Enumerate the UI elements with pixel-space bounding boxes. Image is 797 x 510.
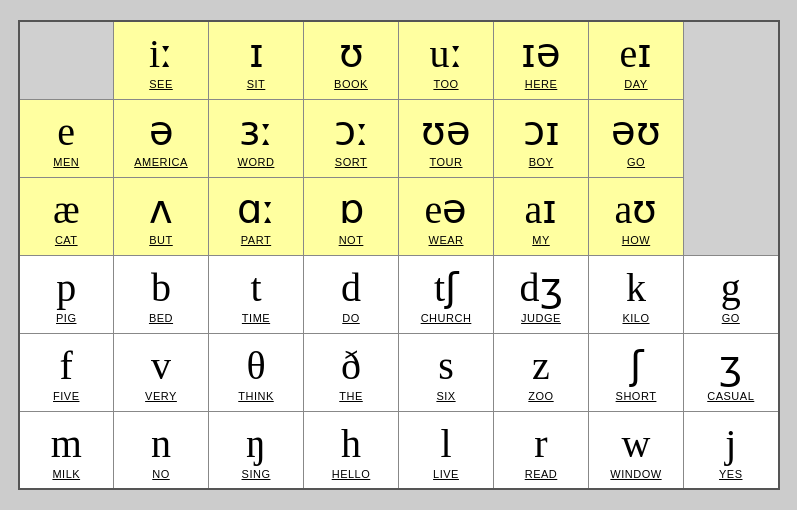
ipa-cell: ɑːPART (209, 177, 304, 255)
ipa-cell: dʒJUDGE (494, 255, 589, 333)
ipa-symbol: eə (425, 188, 468, 232)
ipa-cell: iːSEE (114, 21, 209, 99)
ipa-cell: eəWEAR (399, 177, 494, 255)
ipa-cell: zZOO (494, 333, 589, 411)
ipa-cell: æCAT (19, 177, 114, 255)
ipa-symbol: ɜː (239, 110, 273, 154)
ipa-symbol: ʊ (339, 32, 364, 76)
ipa-symbol: g (721, 266, 741, 310)
ipa-word: SIX (436, 390, 455, 402)
ipa-symbol: ɪ (249, 32, 264, 76)
ipa-word: VERY (145, 390, 177, 402)
ipa-word: PART (241, 234, 271, 246)
ipa-symbol: uː (430, 32, 463, 76)
ipa-symbol: ʊə (421, 110, 471, 154)
ipa-cell: ɒNOT (304, 177, 399, 255)
ipa-word: SING (242, 468, 271, 480)
ipa-cell: θTHINK (209, 333, 304, 411)
ipa-cell: ɪSIT (209, 21, 304, 99)
ipa-word: HELLO (332, 468, 371, 480)
ipa-word: CAT (55, 234, 78, 246)
ipa-symbol: ɑː (237, 188, 275, 232)
ipa-cell: vVERY (114, 333, 209, 411)
ipa-word: WEAR (429, 234, 464, 246)
ipa-word: MY (532, 234, 550, 246)
ipa-word: HOW (622, 234, 650, 246)
ipa-word: SHORT (616, 390, 657, 402)
ipa-word: SORT (335, 156, 367, 168)
ipa-symbol: ə (149, 110, 174, 154)
ipa-cell: ŋSING (209, 411, 304, 489)
ipa-symbol: ɔɪ (523, 110, 560, 154)
ipa-word: BOOK (334, 78, 368, 90)
ipa-cell: ɔɪBOY (494, 99, 589, 177)
ipa-word: TOO (433, 78, 458, 90)
ipa-symbol: l (440, 422, 451, 466)
ipa-word: KILO (622, 312, 649, 324)
ipa-symbol: p (56, 266, 76, 310)
ipa-symbol: iː (149, 32, 173, 76)
ipa-symbol: ŋ (246, 422, 266, 466)
ipa-cell: əAMERICA (114, 99, 209, 177)
ipa-symbol: d (341, 266, 361, 310)
ipa-symbol: n (151, 422, 171, 466)
ipa-cell: ɔːSORT (304, 99, 399, 177)
ipa-symbol: j (725, 422, 736, 466)
ipa-symbol: ʌ (149, 188, 173, 232)
ipa-symbol: r (534, 422, 547, 466)
ipa-word: DO (342, 312, 360, 324)
ipa-word: GO (627, 156, 645, 168)
ipa-cell: hHELLO (304, 411, 399, 489)
ipa-cell: mMILK (19, 411, 114, 489)
ipa-symbol: ɪə (521, 32, 561, 76)
ipa-word: TIME (242, 312, 270, 324)
ipa-word: GO (722, 312, 740, 324)
ipa-cell: lLIVE (399, 411, 494, 489)
ipa-word: SEE (149, 78, 173, 90)
ipa-symbol: z (532, 344, 550, 388)
ipa-cell: aɪMY (494, 177, 589, 255)
ipa-word: BUT (149, 234, 173, 246)
ipa-word: MILK (52, 468, 80, 480)
ipa-symbol: ʒ (719, 344, 742, 388)
ipa-symbol: f (60, 344, 73, 388)
ipa-word: PIG (56, 312, 76, 324)
ipa-word: WINDOW (610, 468, 661, 480)
ipa-word: NOT (339, 234, 364, 246)
ipa-word: HERE (525, 78, 558, 90)
ipa-word: FIVE (53, 390, 79, 402)
ipa-cell: ɪəHERE (494, 21, 589, 99)
ipa-word: READ (525, 468, 558, 480)
ipa-word: SIT (247, 78, 266, 90)
ipa-word: DAY (624, 78, 647, 90)
ipa-word: TOUR (430, 156, 463, 168)
ipa-symbol: əʊ (611, 110, 661, 154)
ipa-symbol: ð (341, 344, 361, 388)
ipa-symbol: aʊ (615, 188, 658, 232)
ipa-symbol: ʃ (630, 344, 643, 388)
ipa-symbol: ɒ (339, 188, 364, 232)
ipa-cell: jYES (684, 411, 779, 489)
ipa-word: BED (149, 312, 173, 324)
ipa-word: BOY (529, 156, 554, 168)
ipa-cell: ʃSHORT (589, 333, 684, 411)
ipa-word: YES (719, 468, 743, 480)
ipa-cell: ðTHE (304, 333, 399, 411)
ipa-symbol: b (151, 266, 171, 310)
ipa-cell: ɜːWORD (209, 99, 304, 177)
ipa-word: THE (339, 390, 363, 402)
ipa-cell: ʌBUT (114, 177, 209, 255)
ipa-symbol: θ (246, 344, 265, 388)
ipa-word: CASUAL (707, 390, 754, 402)
ipa-cell: rREAD (494, 411, 589, 489)
ipa-cell: ʒCASUAL (684, 333, 779, 411)
ipa-cell: pPIG (19, 255, 114, 333)
ipa-cell: əʊGO (589, 99, 684, 177)
ipa-cell: ʊBOOK (304, 21, 399, 99)
ipa-word: THINK (238, 390, 274, 402)
ipa-symbol: ɔː (334, 110, 369, 154)
ipa-cell: tʃCHURCH (399, 255, 494, 333)
ipa-word: WORD (238, 156, 275, 168)
ipa-chart: iːSEEɪSITʊBOOKuːTOOɪəHEREeɪDAYeMENəAMERI… (18, 20, 780, 490)
ipa-symbol: eɪ (620, 32, 653, 76)
